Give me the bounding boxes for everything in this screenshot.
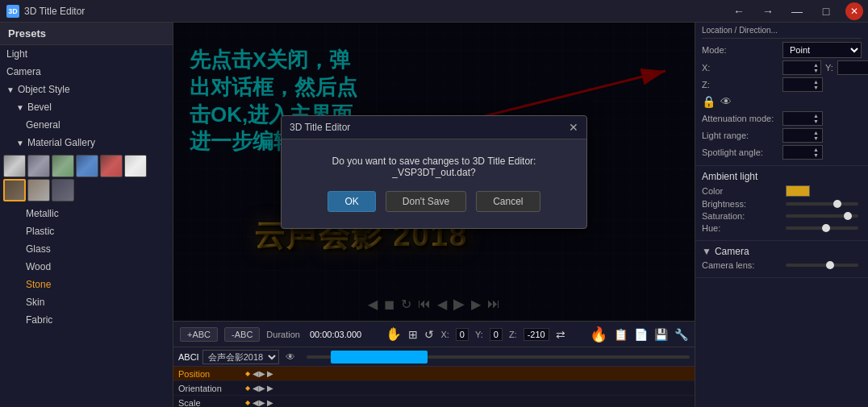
sidebar-item-general[interactable]: General bbox=[0, 116, 173, 134]
maximize-btn[interactable]: □ bbox=[812, 0, 841, 23]
sidebar-item-camera[interactable]: Camera bbox=[0, 63, 173, 81]
x-spin-arrows[interactable]: ▲▼ bbox=[813, 62, 819, 73]
sidebar-item-metallic[interactable]: Metallic bbox=[0, 205, 173, 222]
sidebar-item-light[interactable]: Light bbox=[0, 45, 173, 63]
sidebar-item-glass[interactable]: Glass bbox=[0, 240, 173, 258]
light-range-spinbox[interactable]: 1 ▲▼ bbox=[782, 128, 823, 143]
sidebar-item-fabric[interactable]: Fabric bbox=[0, 311, 173, 329]
x-down[interactable]: ▼ bbox=[813, 68, 819, 73]
modal-ok-btn[interactable]: OK bbox=[328, 191, 375, 212]
spotlight-input[interactable]: 0 bbox=[785, 147, 813, 157]
app-title: 3D Title Editor bbox=[24, 6, 85, 17]
thumb-stone-2[interactable] bbox=[27, 179, 50, 201]
x-up[interactable]: ▲ bbox=[813, 62, 819, 68]
sidebar-item-skin[interactable]: Skin bbox=[0, 293, 173, 311]
duration-value: 00:00:03.000 bbox=[310, 330, 361, 339]
sidebar-item-bevel[interactable]: ▼ Bevel bbox=[0, 98, 173, 116]
scale-track-arrows[interactable]: ◀▶ bbox=[252, 398, 265, 407]
spotlight-arrows[interactable]: ▲▼ bbox=[813, 147, 819, 158]
clip-area bbox=[307, 349, 690, 365]
thumb-stone-3[interactable] bbox=[52, 179, 74, 201]
y-spinbox[interactable]: 400 ▲▼ bbox=[837, 60, 868, 75]
hue-slider-track[interactable] bbox=[786, 226, 858, 230]
position-track-arrows[interactable]: ◀▶ bbox=[252, 369, 265, 378]
track-name-select[interactable]: 会声会影2018 bbox=[202, 350, 279, 364]
link-icon[interactable]: ⇄ bbox=[556, 328, 565, 341]
close-btn[interactable]: ✕ bbox=[845, 2, 863, 20]
z-up[interactable]: ▲ bbox=[813, 79, 819, 85]
mode-select[interactable]: Point Direction Spot bbox=[782, 42, 862, 58]
camera-lens-slider-track[interactable] bbox=[786, 264, 858, 267]
hue-slider-thumb[interactable] bbox=[822, 224, 830, 232]
timeline-icon-4[interactable]: 💾 bbox=[654, 328, 668, 341]
light-range-arrows[interactable]: ▲▼ bbox=[813, 130, 819, 141]
z-spin-arrows[interactable]: ▲▼ bbox=[813, 79, 819, 90]
timeline-icon-1[interactable]: 🔥 bbox=[590, 326, 607, 343]
z-down[interactable]: ▼ bbox=[813, 85, 819, 90]
modal-dontsave-btn[interactable]: Don't Save bbox=[386, 191, 466, 212]
modal-cancel-btn[interactable]: Cancel bbox=[476, 191, 540, 212]
thumb-metallic-1[interactable] bbox=[3, 155, 26, 177]
clip-bar[interactable] bbox=[331, 351, 428, 363]
sidebar-item-object-style[interactable]: ▼ Object Style bbox=[0, 81, 173, 98]
z-input[interactable]: -800 bbox=[785, 80, 813, 89]
orientation-keyframe-diamond[interactable]: ◆ bbox=[245, 384, 250, 392]
y-value: 0 bbox=[490, 328, 503, 341]
nav-forward-btn[interactable]: → bbox=[753, 0, 782, 23]
brightness-slider-thumb[interactable] bbox=[833, 200, 841, 208]
canvas-area[interactable]: 先点击X关闭，弹 出对话框，然后点 击OK,进入主界面 进一步编辑。 云声会影 … bbox=[173, 23, 695, 321]
thumb-plastic-1[interactable] bbox=[76, 155, 98, 177]
lock-icon[interactable]: 🔒 bbox=[702, 95, 716, 108]
remove-abc-btn[interactable]: -ABC bbox=[224, 327, 260, 342]
sidebar-item-plastic[interactable]: Plastic bbox=[0, 222, 173, 240]
track-header: ABCI 会声会影2018 👁 bbox=[173, 347, 695, 367]
frame-select-icon[interactable]: ⊞ bbox=[408, 328, 418, 341]
spotlight-spinbox[interactable]: 0 ▲▼ bbox=[782, 145, 823, 160]
thumb-stone-1[interactable] bbox=[3, 179, 26, 201]
brightness-row: Brightness: bbox=[702, 199, 862, 209]
nav-back-btn[interactable]: ← bbox=[724, 0, 753, 23]
modal-close-btn[interactable]: ✕ bbox=[569, 121, 578, 134]
saturation-slider-thumb[interactable] bbox=[844, 212, 852, 220]
y-input[interactable]: 400 bbox=[840, 63, 868, 73]
timeline-icon-5[interactable]: 🔧 bbox=[674, 328, 688, 341]
thumb-metallic-2[interactable] bbox=[27, 155, 50, 177]
attenuation-input[interactable]: 0 bbox=[785, 114, 813, 123]
minimize-btn[interactable]: — bbox=[782, 0, 812, 23]
scale-track-forward[interactable]: ▶ bbox=[267, 398, 273, 407]
thumb-metallic-3[interactable] bbox=[52, 155, 74, 177]
bevel-arrow: ▼ bbox=[16, 103, 24, 112]
sidebar-item-wood[interactable]: Wood bbox=[0, 258, 173, 276]
camera-arrow-icon: ▼ bbox=[702, 246, 712, 257]
modal-overlay: 3D Title Editor ✕ Do you want to save ch… bbox=[173, 23, 695, 321]
x-label: X: bbox=[440, 330, 449, 339]
add-abc-btn[interactable]: +ABC bbox=[180, 327, 218, 342]
hand-icon[interactable]: ✋ bbox=[386, 326, 402, 342]
saturation-slider-track[interactable] bbox=[786, 214, 858, 218]
orientation-track-arrows[interactable]: ◀▶ bbox=[252, 384, 265, 392]
z-spinbox[interactable]: -800 ▲▼ bbox=[782, 77, 823, 92]
timeline-icon-3[interactable]: 📄 bbox=[634, 328, 648, 341]
camera-lens-slider-thumb[interactable] bbox=[826, 261, 834, 269]
orientation-track-forward[interactable]: ▶ bbox=[267, 384, 273, 392]
scale-keyframe-diamond[interactable]: ◆ bbox=[245, 399, 250, 406]
thumb-plastic-3[interactable] bbox=[124, 155, 147, 177]
x-spinbox[interactable]: 600 ▲▼ bbox=[782, 60, 821, 75]
thumb-plastic-2[interactable] bbox=[100, 155, 123, 177]
timeline-icon-2[interactable]: 📋 bbox=[614, 328, 628, 341]
sidebar-item-stone[interactable]: Stone bbox=[0, 276, 173, 293]
sidebar-item-material-gallery[interactable]: ▼ Material Gallery bbox=[0, 134, 173, 152]
eye2-icon[interactable]: 👁 bbox=[720, 95, 732, 108]
z-coord-label: Z: bbox=[702, 80, 782, 89]
position-track-forward[interactable]: ▶ bbox=[267, 369, 273, 378]
track-eye-icon[interactable]: 👁 bbox=[286, 351, 295, 363]
attenuation-spinbox[interactable]: 0 ▲▼ bbox=[782, 111, 823, 126]
x-input[interactable]: 600 bbox=[785, 63, 813, 73]
light-range-input[interactable]: 1 bbox=[785, 131, 813, 140]
reset-icon[interactable]: ↺ bbox=[424, 328, 434, 341]
ambient-color-swatch[interactable] bbox=[786, 185, 810, 197]
brightness-slider-track[interactable] bbox=[786, 202, 858, 206]
position-keyframe-diamond[interactable]: ◆ bbox=[245, 370, 250, 377]
attenuation-spin-arrows[interactable]: ▲▼ bbox=[813, 113, 819, 124]
light-location-header: Location / Direction... bbox=[702, 26, 862, 39]
